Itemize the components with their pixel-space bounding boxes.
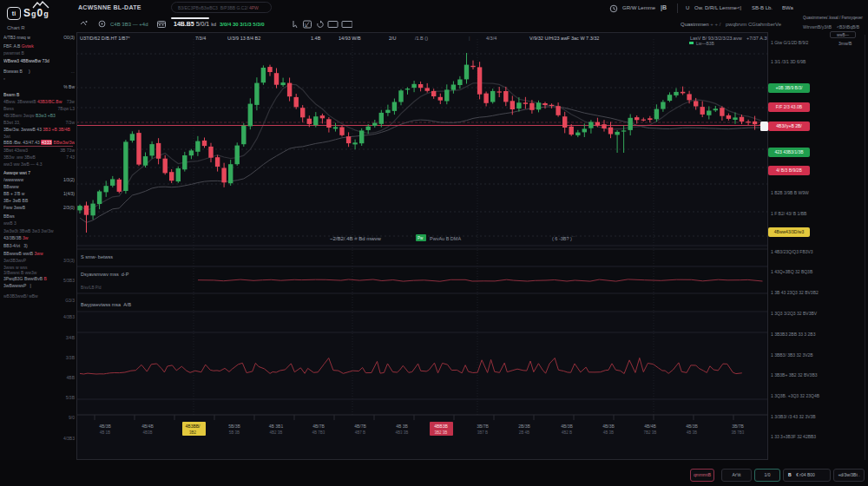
svg-text:Dsyavsmvwv mss d-P: Dsyavsmvwv mss d-P [81,272,129,277]
svg-text:4B2 3B: 4B2 3B [270,430,283,435]
svg-text:5B 3B: 5B 3B [229,430,240,435]
svg-text:U37/D/62 D/B.HT 1/B7°: U37/D/62 D/B.HT 1/B7° [80,36,130,41]
svg-text:4B 3B: 4B 3B [603,430,614,435]
svg-text:4B/4B: 4B/4B [644,424,656,429]
svg-text:5B/3B: 5B/3B [228,424,240,429]
svg-text:4B/3B: 4B/3B [99,424,111,429]
svg-text:1.4B: 1.4B [311,36,321,41]
svg-text:4B 3B: 4B 3B [396,424,408,429]
svg-text:2/U: 2/U [389,36,397,41]
svg-text:3B/7B: 3B/7B [477,424,489,429]
svg-text:4B2 B: 4B2 B [562,430,572,435]
svg-text:4B 3B1: 4B 3B1 [269,424,284,429]
svg-text:4B/3B: 4B/3B [602,424,615,429]
svg-text:4/3/4: 4/3/4 [486,36,496,41]
svg-text:S smw- betwss: S smw- betwss [81,254,113,259]
svg-text:L: L [305,23,308,28]
svg-text:2B/3B: 2B/3B [518,424,530,429]
svg-text:3B/7B: 3B/7B [732,424,744,429]
svg-text:4B7 B: 4B7 B [355,430,365,435]
svg-text:( 6 -3B? )˙˙˙: ( 6 -3B? )˙˙˙ [552,235,575,241]
svg-text:4B/4B: 4B/4B [141,424,154,429]
svg-text:3B 7B3: 3B 7B3 [732,430,745,435]
svg-text:4B3B: 4B3B [142,430,152,435]
svg-text:/1.B (): /1.B () [415,36,428,41]
svg-text:V/9/32 U/H/23 awF 3ac W 7.3/32: V/9/32 U/H/23 awF 3ac W 7.3/32 [529,36,599,41]
svg-text:|: | [469,36,470,41]
svg-text:4B/7B: 4B/7B [312,424,325,429]
svg-text:Pw: Pw [418,236,424,240]
svg-text:3B2 3B: 3B2 3B [435,430,448,435]
svg-text:U/3/9 13 8/4 B2: U/3/9 13 8/4 B2 [227,36,260,41]
svg-text:4B 7B3: 4B 7B3 [312,430,326,435]
svg-text:4B/7B: 4B/7B [354,424,366,429]
svg-text:Lw—B3B: Lw—B3B [696,41,715,46]
svg-text:4BB3B: 4BB3B [434,424,448,429]
svg-text:4B 1B: 4B 1B [100,430,110,435]
svg-text:PwvAu B DMA: PwvAu B DMA [430,236,461,241]
svg-text:4B3BB/: 4B3BB/ [186,424,201,429]
svg-text:Bwypwevtwss msa A/B: Bwypwevtwss msa A/B [81,302,131,307]
svg-text:B/sv/LB P/d: B/sv/LB P/d [81,286,102,290]
svg-text:4B 3B: 4B 3B [687,430,697,435]
svg-text:3B2: 3B2 [189,430,197,435]
svg-text:+7/37 A.3B BZ: +7/37 A.3B BZ [746,36,767,41]
svg-text:4B3 3B: 4B3 3B [396,430,409,435]
svg-text:7B2 3B: 7B2 3B [644,430,657,435]
svg-text:3B7 B: 3B7 B [477,430,488,435]
svg-text:4B/3B: 4B/3B [561,424,573,429]
svg-text:4B/3B: 4B/3B [686,424,698,429]
svg-text:~2/B2/.4B # Bd mwvw: ~2/B2/.4B # Bd mwvw [330,236,382,241]
svg-text:2B 4B: 2B 4B [519,430,529,435]
svg-text:14/93 W/B: 14/93 W/B [339,36,361,41]
svg-text:7/3/4: 7/3/4 [195,36,206,41]
